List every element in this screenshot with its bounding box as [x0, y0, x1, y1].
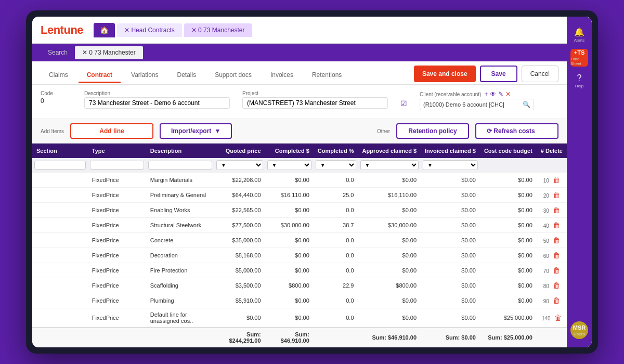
contract-table: Section Type Description Quoted price Co…: [32, 144, 567, 347]
delete-row-icon[interactable]: 🗑: [553, 266, 560, 275]
table-row: FixedPrice Scaffolding $3,500.00 $800.00…: [32, 278, 567, 293]
col-completed-pct: Completed %: [314, 144, 358, 158]
delete-row-icon[interactable]: 🗑: [553, 251, 560, 259]
client-search-icon[interactable]: 🔍: [523, 101, 530, 108]
filter-description[interactable]: [148, 161, 212, 170]
add-line-button[interactable]: Add line: [70, 123, 153, 139]
col-delete: # Delete: [537, 144, 567, 158]
ts-icon: +TS: [574, 49, 584, 56]
bell-icon: 🔔: [574, 27, 584, 37]
import-export-button[interactable]: Import/export ▼: [160, 123, 232, 139]
delete-row-icon[interactable]: 🗑: [554, 314, 562, 322]
filter-quoted[interactable]: ▼: [216, 160, 263, 170]
table-row: FixedPrice Decoration $8,168.00 $0.00 0.…: [32, 248, 567, 263]
description-input[interactable]: [84, 97, 230, 109]
top-header: Lentune 🏠 ✕ Head Contracts ✕ 0 73 Manche…: [32, 17, 592, 44]
client-input[interactable]: (R1000) Demo 6 account [CHC] 🔍: [420, 99, 534, 110]
table-row: FixedPrice Fire Protection $5,000.00 $0.…: [32, 263, 567, 278]
head-contracts-tab[interactable]: ✕ Head Contracts: [117, 23, 182, 37]
filter-approved[interactable]: ▼: [360, 160, 419, 170]
help-button[interactable]: ? Help: [569, 71, 589, 90]
search-nav-tab[interactable]: Search: [41, 46, 75, 59]
save-and-close-button[interactable]: Save and close: [414, 66, 476, 82]
form-section: Code 0 Description Project ☑: [32, 85, 567, 119]
tab-invoices[interactable]: Invoices: [262, 68, 302, 83]
filter-completed-pct[interactable]: ▼: [316, 160, 356, 170]
delete-row-icon[interactable]: 🗑: [553, 296, 560, 305]
client-field: Client (receivable account) + 👁 ✎ ✕ (R10…: [420, 90, 534, 110]
dropdown-arrow-icon: ▼: [214, 127, 220, 135]
footer-approved-sum: Sum: $46,910.00: [358, 328, 421, 347]
table-row: FixedPrice Structural Steelwork $77,500.…: [32, 218, 567, 233]
footer-invoiced-sum: Sum: $0.00: [421, 328, 480, 347]
logo: Lentune: [41, 23, 83, 37]
table-row: FixedPrice Concrete $35,000.00 $0.00 0.0…: [32, 233, 567, 248]
project-field: Project: [242, 90, 388, 109]
table-row: FixedPrice Default line for unassigned c…: [32, 308, 567, 328]
delete-row-icon[interactable]: 🗑: [553, 191, 560, 199]
tab-contract[interactable]: Contract: [79, 68, 121, 83]
filter-type[interactable]: [90, 161, 144, 170]
tab-claims[interactable]: Claims: [41, 68, 76, 83]
toolbar-row: Add Items Add line Import/export ▼ Other…: [32, 119, 567, 144]
delete-row-icon[interactable]: 🗑: [553, 176, 560, 184]
col-cost-code-budget: Cost code budget: [480, 144, 537, 158]
question-icon: ?: [577, 73, 582, 83]
delete-row-icon[interactable]: 🗑: [553, 221, 560, 229]
table-row: FixedPrice Preliminary & General $64,440…: [32, 188, 567, 203]
tab-variations[interactable]: Variations: [123, 68, 166, 83]
description-field: Description: [84, 90, 230, 109]
footer-completed-sum: Sum: $46,910.00: [265, 328, 314, 347]
delete-row-icon[interactable]: 🗑: [553, 236, 560, 244]
table-wrapper: Section Type Description Quoted price Co…: [32, 144, 567, 347]
tab-retentions[interactable]: Retentions: [304, 68, 350, 83]
col-completed-dollar: Completed $: [265, 144, 314, 158]
table-row: FixedPrice Margin Materials $22,208.00 $…: [32, 173, 567, 188]
retention-policy-button[interactable]: Retention policy: [396, 123, 469, 139]
checkbox-icon[interactable]: ☑: [400, 99, 407, 108]
code-field: Code 0: [41, 90, 72, 105]
col-type: Type: [88, 144, 146, 158]
alerts-button[interactable]: 🔔 Alerts: [569, 25, 589, 45]
tab-details[interactable]: Details: [169, 68, 205, 83]
home-tab[interactable]: 🏠: [94, 23, 115, 37]
footer-cost-code-sum: Sum: $25,000.00: [480, 328, 537, 347]
right-sidebar: 🔔 Alerts +TS Time Sheet ? Help MSR Users: [567, 17, 592, 347]
breadcrumb-tabs: 🏠 ✕ Head Contracts ✕ 0 73 Manchester: [94, 23, 592, 37]
manchester-tab[interactable]: ✕ 0 73 Manchester: [184, 23, 252, 37]
table-row: FixedPrice Plumbing $5,910.00 $0.00 0.0 …: [32, 293, 567, 308]
filter-row: ▼ ▼ ▼ ▼ ▼: [32, 158, 567, 173]
col-description: Description: [146, 144, 214, 158]
cancel-button[interactable]: Cancel: [522, 66, 558, 82]
manchester-nav-tab[interactable]: ✕ 0 73 Manchester: [75, 46, 143, 59]
main-content: Claims Contract Variations Details Suppo…: [32, 61, 567, 347]
col-quoted-price: Quoted price: [214, 144, 265, 158]
table-footer: Sum: $244,291.00 Sum: $46,910.00 Sum: $4…: [32, 328, 567, 347]
table-row: FixedPrice Enabling Works $22,565.00 $0.…: [32, 203, 567, 218]
tab-support-docs[interactable]: Support docs: [206, 68, 260, 83]
nav-tab-bar: Search ✕ 0 73 Manchester: [32, 44, 592, 61]
inner-tab-bar: Claims Contract Variations Details Suppo…: [32, 61, 567, 85]
filter-invoiced[interactable]: ▼: [423, 160, 478, 170]
filter-completed-dollar[interactable]: ▼: [267, 160, 311, 170]
save-button[interactable]: Save: [480, 66, 517, 82]
delete-row-icon[interactable]: 🗑: [553, 206, 560, 214]
filter-section[interactable]: [34, 161, 86, 170]
col-section: Section: [32, 144, 88, 158]
client-action-icons: + 👁 ✎ ✕: [484, 90, 511, 98]
user-avatar[interactable]: MSR Users: [570, 321, 588, 339]
project-input[interactable]: [242, 97, 388, 109]
refresh-costs-button[interactable]: ⟳ Refresh costs: [475, 123, 558, 139]
timesheet-button[interactable]: +TS Time Sheet: [570, 49, 588, 67]
table-body: FixedPrice Margin Materials $22,208.00 $…: [32, 173, 567, 328]
col-approved-claimed: Approved claimed $: [358, 144, 421, 158]
col-invoiced-claimed: Invoiced claimed $: [421, 144, 480, 158]
delete-row-icon[interactable]: 🗑: [553, 281, 560, 290]
footer-quoted-sum: Sum: $244,291.00: [214, 328, 265, 347]
